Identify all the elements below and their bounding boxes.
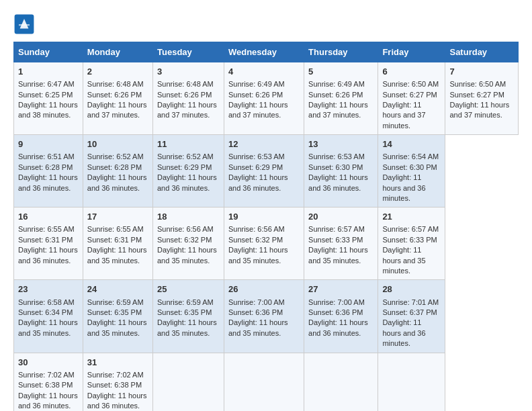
daylight: Daylight: 11 hours and 36 minutes.: [382, 318, 425, 347]
day-number: 26: [228, 283, 300, 295]
daylight: Daylight: 11 hours and 37 minutes.: [449, 101, 509, 119]
calendar-cell: [378, 353, 445, 411]
sunrise: Sunrise: 6:52 AM: [157, 152, 214, 161]
daylight: Daylight: 11 hours and 37 minutes.: [382, 101, 425, 130]
day-number: 30: [18, 357, 79, 369]
sunrise: Sunrise: 6:57 AM: [382, 225, 439, 233]
daylight: Daylight: 11 hours and 36 minutes.: [308, 173, 368, 191]
sunset: Sunset: 6:36 PM: [308, 308, 363, 316]
day-number: 17: [87, 211, 148, 223]
sunset: Sunset: 6:32 PM: [157, 236, 212, 244]
col-header-wednesday: Wednesday: [224, 42, 304, 62]
sunrise: Sunrise: 6:52 AM: [87, 152, 144, 161]
sunset: Sunset: 6:26 PM: [228, 91, 283, 99]
day-number: 21: [382, 211, 441, 223]
sunset: Sunset: 6:28 PM: [87, 163, 142, 171]
sunset: Sunset: 6:38 PM: [87, 381, 142, 389]
day-number: 16: [18, 211, 79, 223]
daylight: Daylight: 11 hours and 36 minutes.: [18, 246, 78, 264]
sunset: Sunset: 6:29 PM: [157, 163, 212, 171]
day-number: 24: [87, 283, 148, 295]
week-row-4: 23Sunrise: 6:58 AMSunset: 6:34 PMDayligh…: [14, 280, 519, 353]
calendar-cell: 17Sunrise: 6:55 AMSunset: 6:31 PMDayligh…: [83, 208, 152, 280]
sunset: Sunset: 6:26 PM: [308, 91, 363, 99]
daylight: Daylight: 11 hours and 36 minutes.: [228, 173, 288, 191]
calendar-cell: 20Sunrise: 6:57 AMSunset: 6:33 PMDayligh…: [304, 208, 378, 280]
sunrise: Sunrise: 6:48 AM: [157, 80, 214, 88]
calendar-header-row: SundayMondayTuesdayWednesdayThursdayFrid…: [14, 42, 519, 62]
sunrise: Sunrise: 6:51 AM: [18, 152, 75, 161]
sunrise: Sunrise: 6:54 AM: [382, 152, 439, 161]
calendar-cell: [153, 353, 224, 411]
sunrise: Sunrise: 7:00 AM: [308, 298, 365, 306]
sunset: Sunset: 6:33 PM: [308, 236, 363, 244]
daylight: Daylight: 11 hours and 35 minutes.: [228, 318, 288, 336]
day-number: 3: [157, 66, 220, 78]
day-number: 7: [449, 66, 514, 78]
logo: [13, 13, 39, 35]
calendar-cell: 4Sunrise: 6:49 AMSunset: 6:26 PMDaylight…: [224, 62, 304, 135]
sunset: Sunset: 6:27 PM: [382, 91, 437, 99]
page-header: [13, 13, 519, 35]
day-number: 20: [308, 211, 373, 223]
calendar-table: SundayMondayTuesdayWednesdayThursdayFrid…: [13, 42, 519, 411]
day-number: 18: [157, 211, 220, 223]
daylight: Daylight: 11 hours and 35 minutes.: [157, 318, 217, 336]
daylight: Daylight: 11 hours and 36 minutes.: [87, 392, 147, 410]
svg-rect-2: [19, 24, 30, 26]
week-row-5: 30Sunrise: 7:02 AMSunset: 6:38 PMDayligh…: [14, 353, 519, 411]
daylight: Daylight: 11 hours and 36 minutes.: [157, 173, 217, 191]
sunset: Sunset: 6:32 PM: [228, 236, 283, 244]
calendar-cell: 3Sunrise: 6:48 AMSunset: 6:26 PMDaylight…: [153, 62, 224, 135]
sunset: Sunset: 6:25 PM: [18, 91, 73, 99]
calendar-cell: [224, 353, 304, 411]
week-row-3: 16Sunrise: 6:55 AMSunset: 6:31 PMDayligh…: [14, 208, 519, 280]
sunrise: Sunrise: 7:01 AM: [382, 298, 439, 306]
sunrise: Sunrise: 6:50 AM: [449, 80, 506, 88]
daylight: Daylight: 11 hours and 35 minutes.: [228, 246, 288, 264]
daylight: Daylight: 11 hours and 35 minutes.: [87, 318, 147, 336]
daylight: Daylight: 11 hours and 35 minutes.: [157, 246, 217, 264]
sunrise: Sunrise: 7:02 AM: [87, 371, 144, 379]
day-number: 27: [308, 283, 373, 295]
daylight: Daylight: 11 hours and 35 minutes.: [382, 246, 425, 275]
sunset: Sunset: 6:27 PM: [449, 91, 504, 99]
sunrise: Sunrise: 6:55 AM: [18, 225, 75, 233]
col-header-thursday: Thursday: [304, 42, 378, 62]
calendar-cell: 25Sunrise: 6:59 AMSunset: 6:35 PMDayligh…: [153, 280, 224, 353]
sunrise: Sunrise: 7:00 AM: [228, 298, 285, 306]
day-number: 2: [87, 66, 148, 78]
day-number: 12: [228, 138, 300, 150]
sunrise: Sunrise: 6:57 AM: [308, 225, 365, 233]
daylight: Daylight: 11 hours and 36 minutes.: [18, 392, 78, 410]
col-header-tuesday: Tuesday: [153, 42, 224, 62]
sunset: Sunset: 6:34 PM: [18, 308, 73, 316]
calendar-cell: 1Sunrise: 6:47 AMSunset: 6:25 PMDaylight…: [14, 62, 83, 135]
calendar-cell: 10Sunrise: 6:52 AMSunset: 6:28 PMDayligh…: [83, 135, 152, 208]
day-number: 14: [382, 138, 441, 150]
day-number: 31: [87, 357, 148, 369]
col-header-monday: Monday: [83, 42, 152, 62]
daylight: Daylight: 11 hours and 37 minutes.: [157, 101, 217, 119]
daylight: Daylight: 11 hours and 35 minutes.: [18, 318, 78, 336]
sunset: Sunset: 6:37 PM: [382, 308, 437, 316]
sunset: Sunset: 6:29 PM: [228, 163, 283, 171]
sunrise: Sunrise: 6:53 AM: [308, 152, 365, 161]
sunset: Sunset: 6:26 PM: [157, 91, 212, 99]
calendar-cell: 7Sunrise: 6:50 AMSunset: 6:27 PMDaylight…: [445, 62, 519, 135]
sunset: Sunset: 6:35 PM: [87, 308, 142, 316]
calendar-cell: 23Sunrise: 6:58 AMSunset: 6:34 PMDayligh…: [14, 280, 83, 353]
sunset: Sunset: 6:38 PM: [18, 381, 73, 389]
day-number: 23: [18, 283, 79, 295]
day-number: 28: [382, 283, 441, 295]
day-number: 4: [228, 66, 300, 78]
sunset: Sunset: 6:26 PM: [87, 91, 142, 99]
sunrise: Sunrise: 7:02 AM: [18, 371, 75, 379]
day-number: 9: [18, 138, 79, 150]
daylight: Daylight: 11 hours and 36 minutes.: [87, 173, 147, 191]
day-number: 6: [382, 66, 441, 78]
day-number: 1: [18, 66, 79, 78]
col-header-saturday: Saturday: [445, 42, 519, 62]
sunset: Sunset: 6:28 PM: [18, 163, 73, 171]
calendar-cell: [304, 353, 378, 411]
